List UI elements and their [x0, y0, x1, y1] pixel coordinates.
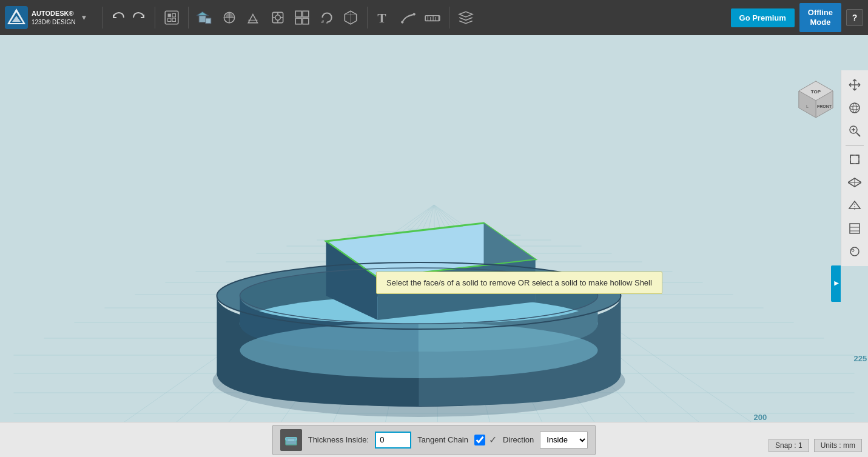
svg-text:T: T — [378, 11, 387, 25]
modify-button[interactable] — [242, 7, 265, 28]
svg-point-17 — [275, 15, 281, 21]
toolbar-divider-2 — [155, 7, 155, 28]
perspective-view-button[interactable] — [844, 195, 866, 216]
svg-text:L: L — [806, 104, 809, 108]
svg-rect-4 — [166, 11, 179, 24]
svg-point-87 — [850, 106, 860, 110]
toolbar-divider-4 — [367, 7, 368, 28]
svg-rect-25 — [303, 18, 309, 24]
autodesk-logo — [5, 6, 28, 29]
svg-rect-8 — [172, 18, 175, 21]
svg-rect-24 — [296, 18, 302, 24]
go-premium-button[interactable]: Go Premium — [731, 8, 795, 27]
svg-rect-102 — [286, 438, 297, 445]
3d-viewport[interactable]: 200 225 TOP FRONT L — [0, 35, 868, 457]
svg-point-78 — [240, 322, 598, 378]
main-toolbar: AUTODESK® 123D® DESIGN ▼ — [0, 0, 868, 35]
redo-button[interactable] — [129, 8, 150, 27]
snap-label[interactable]: Snap : 1 — [769, 439, 809, 452]
cube-view-button[interactable] — [339, 7, 362, 28]
measure-button[interactable] — [397, 7, 420, 28]
adjust-button[interactable] — [266, 7, 289, 28]
logo-dropdown-arrow[interactable]: ▼ — [80, 13, 87, 22]
svg-rect-93 — [850, 155, 859, 164]
layers-toolbar-button[interactable] — [454, 7, 477, 28]
logo-area: AUTODESK® 123D® DESIGN ▼ — [5, 6, 87, 29]
svg-marker-10 — [197, 12, 208, 15]
right-toolbar-actions: Go Premium OfflineMode ? — [731, 3, 863, 32]
svg-text:FRONT: FRONT — [817, 104, 832, 108]
right-panel — [841, 70, 868, 266]
svg-rect-22 — [296, 11, 302, 17]
bottom-panel: Thickness Inside: Tangent Chain ✓ Direct… — [0, 422, 868, 457]
thickness-input[interactable] — [375, 432, 411, 449]
svg-text:TOP: TOP — [811, 89, 821, 95]
orbit-button[interactable] — [844, 97, 866, 119]
svg-point-101 — [852, 249, 854, 252]
svg-rect-7 — [168, 18, 171, 21]
coord-value: 200 — [754, 413, 767, 422]
home-view-button[interactable] — [844, 172, 866, 193]
logo-text: AUTODESK® 123D® DESIGN — [32, 9, 75, 25]
svg-point-88 — [853, 103, 856, 113]
shell-icon-button[interactable] — [280, 429, 302, 451]
tangent-chain-label: Tangent Chain — [417, 435, 468, 444]
right-panel-collapse-tab[interactable]: ◀ — [831, 265, 841, 302]
shell-tooltip: Select the face/s of a solid to remove O… — [376, 272, 662, 294]
svg-rect-32 — [425, 16, 440, 21]
layers-view-button[interactable] — [844, 218, 866, 239]
tangent-chain-checkbox[interactable] — [474, 435, 485, 445]
direction-select[interactable]: Inside Outside Both — [540, 432, 588, 449]
svg-rect-6 — [172, 14, 175, 17]
rotate-button[interactable] — [315, 7, 338, 28]
svg-rect-23 — [303, 11, 309, 17]
svg-point-100 — [850, 247, 859, 256]
offline-mode-button[interactable]: OfflineMode — [799, 3, 841, 32]
help-button[interactable]: ? — [846, 9, 863, 26]
toolbar-divider-3 — [188, 7, 189, 28]
units-label[interactable]: Units : mm — [814, 439, 862, 452]
toolbar-divider-1 — [102, 7, 103, 28]
bottom-panel-inner: Thickness Inside: Tangent Chain ✓ Direct… — [272, 425, 596, 455]
smart-shapes-button[interactable] — [218, 7, 241, 28]
text-tool-button[interactable]: T — [372, 7, 395, 28]
text-measure-tools: T — [372, 7, 444, 28]
primitives-button[interactable] — [193, 7, 217, 28]
material-view-button[interactable] — [844, 241, 866, 262]
toolbar-divider-5 — [449, 7, 449, 28]
undo-button[interactable] — [107, 8, 128, 27]
direction-label: Direction — [503, 435, 534, 444]
thickness-label: Thickness Inside: — [308, 435, 369, 444]
3d-scene: 200 225 — [0, 35, 868, 457]
fit-view-button[interactable] — [844, 148, 866, 170]
svg-line-90 — [856, 133, 860, 136]
zoom-divider — [846, 145, 864, 145]
svg-rect-5 — [168, 14, 171, 17]
tangent-chain-checkbox-area: ✓ — [474, 434, 497, 445]
svg-point-30 — [401, 21, 403, 23]
shape-tools — [193, 7, 362, 28]
view-cube[interactable]: TOP FRONT L — [792, 76, 840, 125]
transform-tools — [160, 7, 183, 28]
svg-rect-97 — [850, 224, 860, 233]
snap-units-bar: Snap : 1 Units : mm — [769, 439, 862, 452]
svg-point-86 — [850, 103, 860, 113]
undo-redo-group — [107, 8, 150, 27]
grid-tool-button[interactable] — [291, 7, 314, 28]
pan-button[interactable] — [844, 74, 866, 96]
svg-rect-9 — [200, 16, 206, 22]
coord-value2: 225 — [854, 354, 867, 363]
svg-point-31 — [413, 13, 415, 15]
select-tool-button[interactable] — [160, 7, 183, 28]
checkbox-indicator: ✓ — [489, 434, 497, 445]
ruler-button[interactable] — [421, 7, 444, 28]
zoom-in-button[interactable] — [844, 120, 866, 142]
svg-rect-11 — [206, 18, 211, 24]
